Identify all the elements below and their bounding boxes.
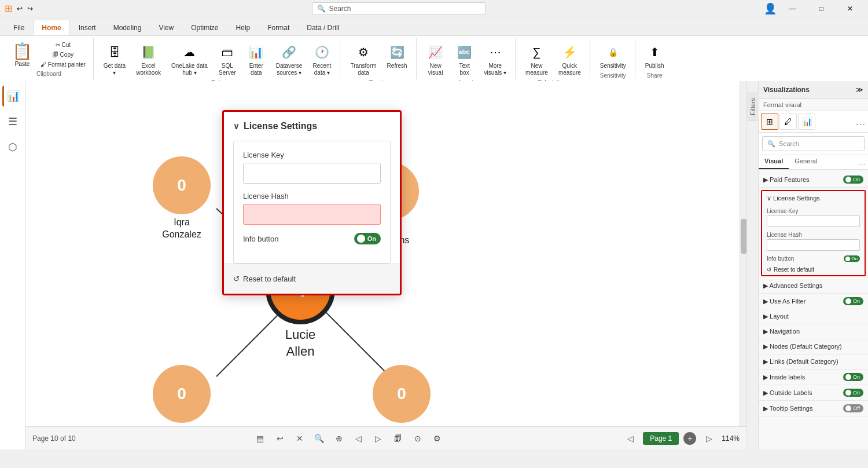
visualizations-title: Visualizations (763, 86, 810, 94)
inside-labels-header[interactable]: ▶ Inside labels On (759, 370, 868, 385)
new-visual-button[interactable]: 📈 Newvisual (422, 40, 449, 79)
format-painter-button[interactable]: 🖌 Format painter (38, 60, 89, 69)
section-advanced-settings: ▶ Advanced Settings (759, 279, 868, 294)
license-key-input[interactable] (243, 163, 381, 184)
copy-tool[interactable]: 🗐 (390, 430, 406, 447)
target-tool[interactable]: ⊙ (410, 430, 426, 447)
panel-search-input[interactable]: 🔍 Search (762, 136, 865, 151)
license-hash-panel-input[interactable] (767, 239, 860, 251)
canvas-area[interactable]: 0 IqraGonzalez 0 PearlSimmons 4 LucieAll… (25, 81, 746, 449)
tab-data-drill[interactable]: Data / Drill (298, 20, 348, 35)
tab-view[interactable]: View (150, 20, 182, 35)
table-icon-btn[interactable]: ⊞ (761, 114, 778, 130)
tab-modeling[interactable]: Modeling (105, 20, 150, 35)
minimize-button[interactable]: — (779, 0, 806, 17)
scrollbar-thumb[interactable] (741, 219, 746, 254)
general-tab[interactable]: General (789, 155, 823, 169)
license-key-label: License Key (243, 151, 381, 159)
undo-btn[interactable]: ↩ (17, 5, 23, 13)
get-data-button[interactable]: 🗄 Get data▾ (100, 40, 130, 79)
transform-button[interactable]: ⚙ Transformdata (346, 40, 380, 79)
nav-next[interactable]: ▷ (370, 430, 387, 447)
info-button-panel-toggle[interactable]: On (844, 255, 860, 262)
copy-button[interactable]: 🗐 Copy (38, 50, 89, 59)
reset-button[interactable]: ↺ Reset to default (233, 271, 296, 287)
nodes-header[interactable]: ▶ Nodes (Default Category) (759, 339, 868, 354)
vis-more-icon[interactable]: … (855, 116, 866, 128)
outside-labels-header[interactable]: ▶ Outside Labels On (759, 385, 868, 400)
info-button-toggle[interactable]: On (354, 233, 381, 244)
navigation-header[interactable]: ▶ Navigation (759, 324, 868, 339)
search-tool[interactable]: 🔍 (311, 430, 328, 447)
tooltip-toggle-off[interactable]: Off (843, 404, 863, 412)
license-settings-header[interactable]: ∨ License Settings (762, 191, 865, 206)
tooltip-settings-header[interactable]: ▶ Tooltip Settings Off (759, 401, 868, 416)
cut-button[interactable]: ✂ Cut (38, 41, 89, 49)
license-hash-input[interactable] (243, 204, 381, 225)
close-button[interactable]: ✕ (837, 0, 863, 17)
report-view-icon[interactable]: 📊 (2, 86, 23, 107)
info-button-row: Info button On (243, 233, 381, 244)
collapse-icon[interactable]: ∨ (233, 122, 239, 131)
enter-data-button[interactable]: 📊 Enterdata (243, 40, 270, 79)
more-visuals-button[interactable]: ⋯ Morevisuals ▾ (480, 40, 510, 79)
paid-features-header[interactable]: ▶ Paid Features On (759, 172, 868, 187)
app-icon: ⊞ (5, 3, 12, 14)
title-bar: ⊞ ↩ ↪ 🔍 Search 👤 — □ ✕ (0, 0, 868, 17)
dataverse-button[interactable]: 🔗 Dataversesources ▾ (272, 40, 307, 79)
delete-tool[interactable]: ✕ (292, 430, 308, 447)
redo-btn[interactable]: ↪ (27, 5, 33, 13)
reset-icon: ↺ (233, 275, 240, 283)
tab-optimize[interactable]: Optimize (182, 20, 227, 35)
sql-server-button[interactable]: 🗃 SQLServer (214, 40, 241, 79)
filters-tab[interactable]: Filters (747, 93, 759, 120)
page-tab[interactable]: Page 1 (643, 432, 679, 445)
tab-home[interactable]: Home (33, 20, 69, 35)
onelake-button[interactable]: ☁ OneLake datahub ▾ (167, 40, 212, 79)
model-view-icon[interactable]: ⬡ (2, 137, 23, 158)
map-tool[interactable]: ⊕ (331, 430, 347, 447)
tab-help[interactable]: Help (227, 20, 259, 35)
fit-icon[interactable]: ▤ (252, 430, 269, 447)
visual-tab[interactable]: Visual (759, 155, 789, 169)
analytics-icon-btn[interactable]: 📊 (798, 114, 815, 130)
reset-panel-row[interactable]: ↺ Reset to default (762, 264, 865, 275)
excel-button[interactable]: 📗 Excelworkbook (132, 40, 165, 79)
new-measure-button[interactable]: ∑ Newmeasure (521, 40, 552, 79)
tab-file[interactable]: File (5, 20, 33, 35)
license-key-panel-input[interactable] (767, 215, 860, 227)
brush-icon-btn[interactable]: 🖊 (779, 114, 797, 130)
text-box-button[interactable]: 🔤 Textbox (451, 40, 478, 79)
node-iqra-gonzalez[interactable]: 0 IqraGonzalez (153, 156, 211, 241)
tab-format[interactable]: Format (259, 20, 298, 35)
advanced-settings-header[interactable]: ▶ Advanced Settings (759, 279, 868, 293)
quick-measure-button[interactable]: ⚡ Quickmeasure (554, 40, 585, 79)
sensitivity-button[interactable]: 🔒 Sensitivity (596, 40, 630, 72)
expand-panel-icon[interactable]: ≫ (856, 86, 863, 94)
page-left[interactable]: ◁ (622, 430, 638, 447)
settings-tool[interactable]: ⚙ (429, 430, 446, 447)
title-bar-right: 👤 — □ ✕ (764, 0, 863, 17)
paid-features-toggle[interactable]: On (843, 176, 863, 184)
use-as-filter-header[interactable]: ▶ Use As Filter On (759, 294, 868, 309)
links-header[interactable]: ▶ Links (Default Category) (759, 354, 868, 369)
paste-button[interactable]: 📋 Paste (9, 40, 35, 69)
page-right[interactable]: ▷ (701, 430, 717, 447)
title-search-bar[interactable]: 🔍 Search (312, 2, 486, 15)
tab-insert[interactable]: Insert (70, 20, 105, 35)
nav-prev[interactable]: ◁ (351, 430, 367, 447)
inside-labels-toggle[interactable]: On (843, 373, 863, 381)
layout-header[interactable]: ▶ Layout (759, 309, 868, 324)
calculations-group: ∑ Newmeasure ⚡ Quickmeasure Calculations (517, 38, 590, 79)
data-view-icon[interactable]: ☰ (2, 111, 23, 132)
undo-tool[interactable]: ↩ (272, 430, 288, 447)
publish-button[interactable]: ⬆ Publish (641, 40, 668, 72)
add-page-button[interactable]: + (683, 432, 696, 445)
refresh-button[interactable]: 🔄 Refresh (383, 40, 411, 72)
maximize-button[interactable]: □ (808, 0, 834, 17)
more-options-icon[interactable]: … (855, 155, 868, 169)
recent-data-button[interactable]: 🕐 Recentdata ▾ (308, 40, 335, 79)
right-container: Filters Visualizations ≫ Format visual ⊞… (746, 81, 868, 449)
outside-labels-toggle[interactable]: On (843, 389, 863, 397)
use-as-filter-toggle[interactable]: On (843, 297, 863, 305)
